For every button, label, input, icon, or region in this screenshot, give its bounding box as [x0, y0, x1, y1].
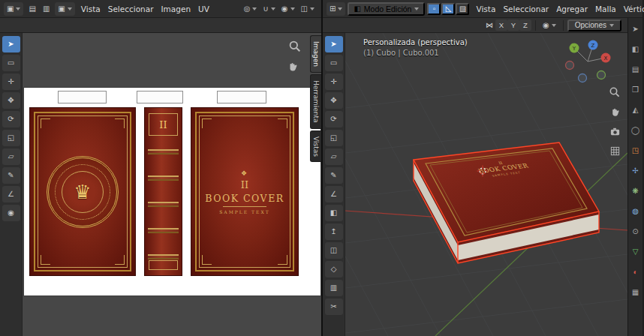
tool-loop-cut[interactable]: ▥	[325, 280, 343, 296]
tool-tweak[interactable]: ➤	[325, 36, 343, 52]
options-dropdown[interactable]: Opciones	[567, 20, 621, 32]
tab-modifiers[interactable]: ✢	[630, 165, 642, 177]
navigation-gizmo[interactable]: Y Z X	[566, 40, 611, 82]
zoom-icon[interactable]	[288, 40, 302, 53]
menu-item[interactable]: Malla	[591, 3, 620, 15]
menu-item[interactable]: Vértice	[620, 3, 644, 15]
prop-tab-icon: ◯	[631, 127, 639, 134]
menu-item[interactable]: Agregar	[552, 3, 591, 15]
tab-render[interactable]: ◧	[630, 44, 642, 56]
image-selector-dropdown[interactable]: ▣	[55, 2, 74, 16]
tool-annotate[interactable]: ✎	[325, 167, 343, 184]
face-select-button[interactable]: ▨	[456, 3, 469, 15]
image-icon: ▤	[29, 5, 35, 13]
tool-scale[interactable]: ◱	[325, 130, 343, 146]
menu-item[interactable]: Seleccionar	[499, 3, 552, 15]
book-mesh[interactable]: II BOOK COVER SAMPLE TEXT	[414, 142, 599, 263]
tab-constraints[interactable]: ⊙	[630, 226, 642, 238]
tool-add-cube[interactable]: ◧	[325, 205, 343, 221]
tab-material[interactable]: ◐	[630, 266, 642, 278]
mirror-y-button[interactable]: Y	[507, 20, 519, 31]
crown-medallion: ♛	[47, 156, 119, 228]
tab-world[interactable]: ◯	[630, 124, 642, 136]
tab-texture[interactable]: ▦	[630, 286, 642, 298]
pivot-point-dropdown[interactable]: ◎	[241, 2, 260, 16]
perspective-toggle-icon[interactable]	[608, 144, 621, 158]
tool-tweak[interactable]: ➤	[2, 36, 20, 52]
prop-tab-icon: ❐	[632, 86, 639, 94]
tool-inset[interactable]: ◫	[325, 242, 343, 259]
uv-editor-header: ▣ ▤▥ ▣ VistaSeleccionarImagenUV ◎ ∪ ◉ ◫	[0, 0, 321, 18]
tool-icon: ✛	[8, 78, 14, 86]
tab-imagen[interactable]: Imagen	[310, 35, 321, 73]
properties-tab-strip: ➤ ◧ ▤ ❐ ◭ ◯ ◳ ✢ ❋ ◍	[627, 18, 642, 336]
tool-measure[interactable]: ∠	[2, 186, 20, 202]
gizmo-neg-z[interactable]	[579, 74, 587, 82]
tool-cursor[interactable]: ✛	[325, 74, 343, 90]
tool-icon: ⟳	[330, 116, 336, 123]
camera-view-icon[interactable]	[608, 124, 621, 138]
tab-particles[interactable]: ❋	[630, 185, 642, 197]
tool-select-box[interactable]: ▭	[2, 55, 20, 71]
tool-transform[interactable]: ▱	[325, 148, 343, 165]
control-icon: ∪	[263, 5, 268, 13]
menu-item[interactable]: Seleccionar	[104, 3, 158, 15]
tool-extrude[interactable]: ↥	[325, 224, 343, 240]
tool-bevel[interactable]: ◇	[325, 261, 343, 278]
editor-type-button[interactable]: ⊞	[327, 2, 345, 16]
gizmo-neg-x[interactable]	[566, 62, 574, 70]
control-icon: ◎	[244, 5, 251, 13]
tool-move[interactable]: ✥	[2, 92, 20, 109]
menu-item[interactable]: UV	[194, 3, 213, 15]
chevron-down-icon	[68, 8, 72, 10]
tool-knife[interactable]: ✂	[325, 298, 343, 315]
active-object-overlay: (1) Cubo | Cubo.001	[363, 49, 439, 57]
falloff-dropdown[interactable]: ◉	[540, 19, 559, 32]
uv-canvas[interactable]: ♛ II	[23, 33, 321, 336]
zoom-icon[interactable]	[608, 86, 621, 99]
tool-icon: ∠	[8, 190, 14, 198]
tool-annotate[interactable]: ✎	[2, 167, 20, 184]
axis-label: Y	[511, 21, 516, 29]
menu-item[interactable]: Imagen	[158, 3, 195, 15]
menu-item[interactable]: Vista	[77, 3, 104, 15]
tab-view-layer[interactable]: ❐	[630, 84, 642, 96]
tool-select-box[interactable]: ▭	[325, 55, 343, 71]
tool-transform[interactable]: ▱	[2, 148, 20, 165]
mirror-x-button[interactable]: X	[495, 20, 507, 31]
chevron-down-icon	[338, 8, 342, 10]
mirror-z-button[interactable]: Z	[519, 20, 531, 31]
gizmo-neg-y[interactable]	[597, 71, 606, 80]
tool-icon: ◧	[330, 209, 337, 217]
snapping-dropdown[interactable]: ∪	[260, 2, 278, 16]
prop-tab-icon: ⊙	[632, 228, 638, 236]
tool-cursor[interactable]: ✛	[2, 74, 20, 90]
tool-rotate[interactable]: ⟳	[2, 111, 20, 128]
mode-dropdown[interactable]: ◧ Modo Edición	[348, 2, 425, 16]
tool-move[interactable]: ✥	[325, 92, 343, 109]
tab-vistas[interactable]: Vistas	[310, 130, 321, 163]
tab-active-tool[interactable]: ➤	[630, 23, 642, 35]
tool-rotate[interactable]: ⟳	[325, 111, 343, 128]
overlays-dropdown[interactable]: ◫	[298, 2, 317, 16]
proportional-editing-toggle[interactable]: ◉	[278, 2, 298, 16]
tool-measure[interactable]: ∠	[325, 186, 343, 202]
tab-herramienta[interactable]: Herramienta	[310, 74, 321, 129]
pan-hand-icon[interactable]	[608, 105, 621, 118]
tab-object-data[interactable]: ▽	[630, 246, 642, 258]
edge-select-button[interactable]: ◺	[441, 3, 455, 15]
tab-output[interactable]: ▤	[630, 64, 642, 76]
tool-scale[interactable]: ◱	[2, 130, 20, 146]
tool-icon: ▥	[330, 284, 337, 292]
vertex-select-button[interactable]: ▫	[427, 3, 441, 15]
tab-physics[interactable]: ◍	[630, 206, 642, 218]
pan-hand-icon[interactable]	[287, 61, 300, 74]
menu-item[interactable]: Vista	[472, 3, 499, 15]
editor-type-button[interactable]: ▣	[4, 2, 23, 16]
tool-grab[interactable]: ◉	[2, 205, 20, 221]
image-mode-toggle-a[interactable]: ▤	[26, 2, 38, 16]
image-mode-toggle-b[interactable]: ▥	[40, 2, 53, 16]
tab-object[interactable]: ◳	[630, 145, 642, 157]
viewport-canvas[interactable]: II BOOK COVER SAMPLE TEXT	[345, 33, 627, 336]
tab-scene[interactable]: ◭	[630, 104, 642, 116]
